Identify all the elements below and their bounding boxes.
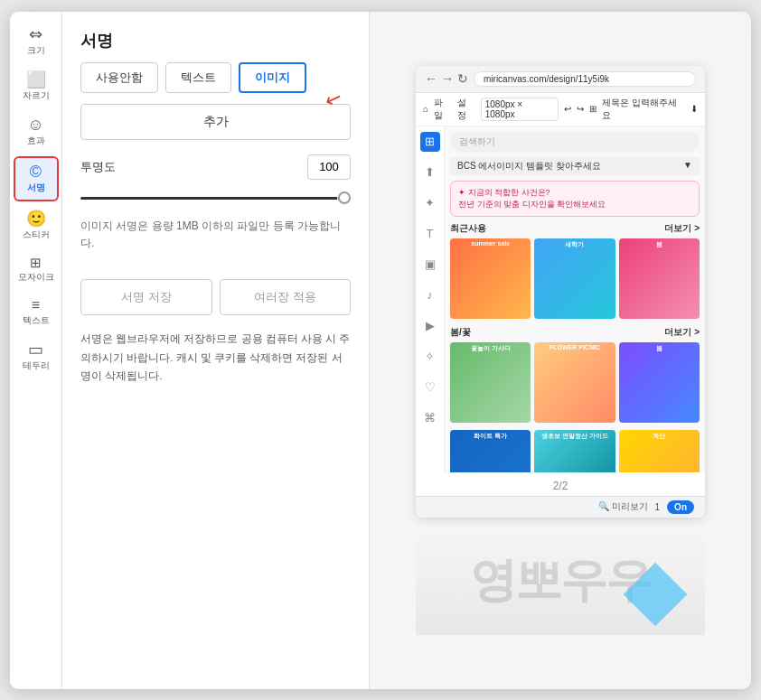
size-select[interactable]: 1080px × 1080px: [481, 98, 559, 121]
transparency-slider[interactable]: [80, 197, 351, 200]
category-dropdown[interactable]: BCS 에서이미지 템플릿 찾아주세요 ▼: [450, 157, 700, 175]
mini-like-icon[interactable]: ♡: [420, 378, 440, 397]
mini-sidebar: ⊞ ⬆ ✦ T ▣ ♪ ▶ ✧ ♡ ⌘: [416, 126, 445, 472]
download-icon[interactable]: ⬇: [691, 104, 698, 114]
page-num: 1: [655, 502, 661, 512]
sticker-icon: 🙂: [26, 210, 46, 227]
watermark-text: 영뽀우우: [470, 549, 651, 612]
info-text: 이미지 서명은 용량 1MB 이하의 파일만 등록 가능합니다.: [62, 218, 369, 270]
effect-icon: ☺: [27, 117, 43, 133]
tab-none[interactable]: 사용안함: [80, 62, 158, 93]
thumb-text-1: summer sale: [450, 238, 531, 248]
template-thumb-6[interactable]: 봄: [619, 342, 700, 423]
tool-crop-label: 자르기: [23, 89, 50, 102]
template-grid-3: 화이트 특가 생초보 연말정산 가이드 계산: [450, 430, 700, 471]
file-label: 파일: [434, 97, 452, 122]
url-bar[interactable]: miricanvas.com/design/11y5i9k: [474, 71, 696, 87]
template-category-header-2: 봄/꽃 더보기 >: [450, 326, 700, 339]
tab-image[interactable]: 이미지: [239, 62, 306, 93]
forward-icon[interactable]: →: [441, 71, 454, 86]
border-icon: ▭: [28, 341, 43, 358]
home-icon-toolbar[interactable]: ⌂: [423, 104, 428, 114]
mini-upload-icon[interactable]: ⬆: [420, 163, 440, 182]
tool-mosaic-label: 모자이크: [18, 271, 54, 284]
left-toolbar: ⇔ 크기 ⬜ 자르기 ☺ 효과 © 서명 🙂 스티커 ⊞ 모자이크 ≡ 텍스트 …: [10, 12, 62, 689]
template-area: 검색하기 BCS 에서이미지 템플릿 찾아주세요 ▼ ✦ 지금의 적합한 사건은…: [445, 126, 705, 472]
more-link-2[interactable]: 더보기 >: [664, 326, 700, 339]
signature-icon: ©: [30, 163, 42, 180]
browser-address-bar: ← → ↻ miricanvas.com/design/11y5i9k: [416, 66, 705, 93]
thumb-text-7: 화이트 특가: [450, 430, 531, 443]
template-thumb-2[interactable]: 새학기: [534, 238, 615, 319]
mini-ai-icon[interactable]: ✧: [420, 347, 440, 367]
tool-signature[interactable]: © 서명: [14, 156, 59, 201]
browser-window: ← → ↻ miricanvas.com/design/11y5i9k ⌂ 파일…: [416, 66, 705, 518]
undo-icon[interactable]: ↩: [564, 104, 571, 114]
transparency-input[interactable]: [307, 154, 351, 180]
tool-resize[interactable]: ⇔ 크기: [14, 21, 59, 62]
bottom-bar: 🔍 미리보기 1 On: [416, 496, 705, 518]
template-thumb-4[interactable]: 꽃놀이 가사다: [450, 342, 531, 423]
add-button[interactable]: 추가: [80, 104, 351, 140]
thumb-text-2: 새학기: [534, 238, 615, 251]
mosaic-icon: ⊞: [30, 256, 42, 269]
template-thumb-9[interactable]: 계산: [619, 430, 700, 471]
tool-text[interactable]: ≡ 텍스트: [14, 293, 59, 332]
template-grid-2: 꽃놀이 가사다 FLOWER PICNIC 봄: [450, 342, 700, 423]
crop-icon: ⬜: [26, 71, 46, 88]
toolbar-title-label: 제목은 입력해주세요: [602, 97, 685, 122]
ai-banner-desc: 전년 기준의 맞춤 디자인을 확인해보세요: [458, 199, 691, 210]
grid-icon[interactable]: ⊞: [589, 104, 597, 114]
tool-sticker[interactable]: 🙂 스티커: [14, 205, 59, 247]
tabs-wrapper: 사용안함 텍스트 이미지 ↙: [62, 62, 369, 104]
save-button[interactable]: 서명 저장: [80, 279, 212, 315]
refresh-icon[interactable]: ↻: [457, 71, 468, 86]
tab-text[interactable]: 텍스트: [165, 62, 231, 93]
template-thumb-1[interactable]: summer sale: [450, 238, 531, 319]
search-bar[interactable]: 검색하기: [450, 132, 700, 152]
resize-icon: ⇔: [29, 26, 42, 42]
mini-template-icon[interactable]: ⊞: [420, 132, 440, 152]
notice-text: 서명은 웹브라우저에 저장하므로 공용 컴퓨터 사용 시 주의하시기 바랍니다.…: [62, 330, 369, 386]
back-icon[interactable]: ←: [425, 71, 437, 86]
template-thumb-5[interactable]: FLOWER PICNIC: [534, 342, 615, 423]
tool-sticker-label: 스티커: [23, 229, 50, 241]
mini-video-icon[interactable]: ▶: [420, 316, 440, 336]
browser-toolbar: ⌂ 파일 설정 1080px × 1080px ↩ ↪ ⊞ 제목은 입력해주세요…: [416, 93, 705, 126]
right-panel: ← → ↻ miricanvas.com/design/11y5i9k ⌂ 파일…: [370, 12, 751, 689]
thumb-text-4: 꽃놀이 가사다: [450, 342, 531, 355]
middle-panel: 서명 사용안함 텍스트 이미지 ↙ 추가 투명도 이미지 서명은 용량 1MB …: [62, 12, 370, 689]
category-name-2: 봄/꽃: [450, 326, 471, 339]
apply-all-button[interactable]: 여러장 적용: [220, 279, 352, 315]
tool-border-label: 테두리: [23, 359, 50, 372]
ai-banner[interactable]: ✦ 지금의 적합한 사건은? 전년 기준의 맞춤 디자인을 확인해보세요: [450, 181, 700, 217]
tool-text-label: 텍스트: [23, 314, 50, 327]
mini-text-icon[interactable]: T: [420, 224, 440, 244]
dropdown-chevron: ▼: [683, 160, 692, 173]
tool-resize-label: 크기: [27, 44, 45, 57]
thumb-text-6: 봄: [619, 342, 700, 355]
template-thumb-7[interactable]: 화이트 특가: [450, 430, 531, 471]
ai-banner-title: ✦ 지금의 적합한 사건은?: [458, 187, 691, 199]
mini-element-icon[interactable]: ✦: [420, 193, 440, 213]
mini-music-icon[interactable]: ♪: [420, 285, 440, 305]
tool-border[interactable]: ▭ 테두리: [14, 336, 59, 378]
more-link[interactable]: 더보기 >: [664, 222, 700, 235]
tool-mosaic[interactable]: ⊞ 모자이크: [14, 250, 59, 289]
category-label: BCS 에서이미지 템플릿 찾아주세요: [457, 160, 601, 173]
transparency-row: 투명도: [62, 154, 369, 187]
thumb-text-8: 생초보 연말정산 가이드: [534, 430, 615, 443]
watermark-area: 영뽀우우: [416, 527, 705, 635]
mini-bg-icon[interactable]: ▣: [420, 255, 440, 275]
panel-title: 서명: [62, 12, 369, 62]
redo-icon[interactable]: ↪: [577, 104, 584, 114]
tool-effect[interactable]: ☺ 효과: [14, 111, 59, 153]
tool-crop[interactable]: ⬜ 자르기: [14, 66, 59, 107]
thumb-text-5: FLOWER PICNIC: [534, 342, 615, 352]
mini-share-icon[interactable]: ⌘: [420, 408, 440, 428]
template-thumb-3[interactable]: 봄: [619, 238, 700, 319]
template-thumb-8[interactable]: 생초보 연말정산 가이드: [534, 430, 615, 471]
thumb-text-9: 계산: [619, 430, 700, 443]
category-name: 최근사용: [450, 222, 486, 235]
browser-content: ⊞ ⬆ ✦ T ▣ ♪ ▶ ✧ ♡ ⌘ 검색하기 BCS 에서이미지 템플: [416, 126, 705, 472]
